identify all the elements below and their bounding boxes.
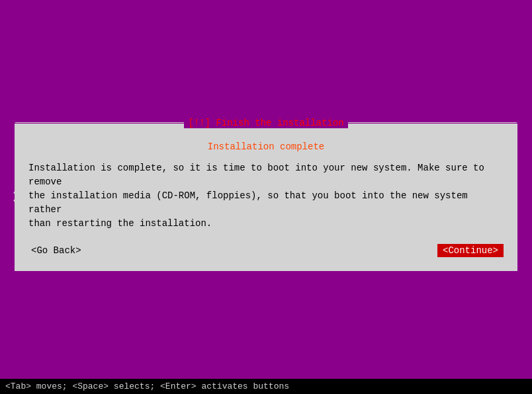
continue-button[interactable]: <Continue> [437,244,504,257]
status-bar: <Tab> moves; <Space> selects; <Enter> ac… [0,379,532,394]
title-line-right [348,122,517,123]
body-line2: the installation media (CD-ROM, floppies… [28,190,468,215]
dialog-title-bar: [!!] Finish the installation [15,118,517,128]
dialog-title: [!!] Finish the installation [184,118,347,128]
dialog-buttons: <Go Back> <Continue> [28,244,504,257]
body-line1: Installation is complete, so it is time … [28,163,484,187]
dialog-wrapper: [!!] Finish the installation Installatio… [15,124,517,271]
body-line3: than restarting the installation. [28,218,212,229]
dialog-body: Installation is complete, so it is time … [28,161,504,231]
screen: ▲▼ [!!] Finish the installation Installa… [0,0,532,394]
dialog-subtitle: Installation complete [28,141,504,152]
dialog-box: [!!] Finish the installation Installatio… [15,124,517,271]
go-back-button[interactable]: <Go Back> [28,244,84,257]
dialog-content: Installation complete Installation is co… [28,135,504,257]
title-line-left [15,122,184,123]
